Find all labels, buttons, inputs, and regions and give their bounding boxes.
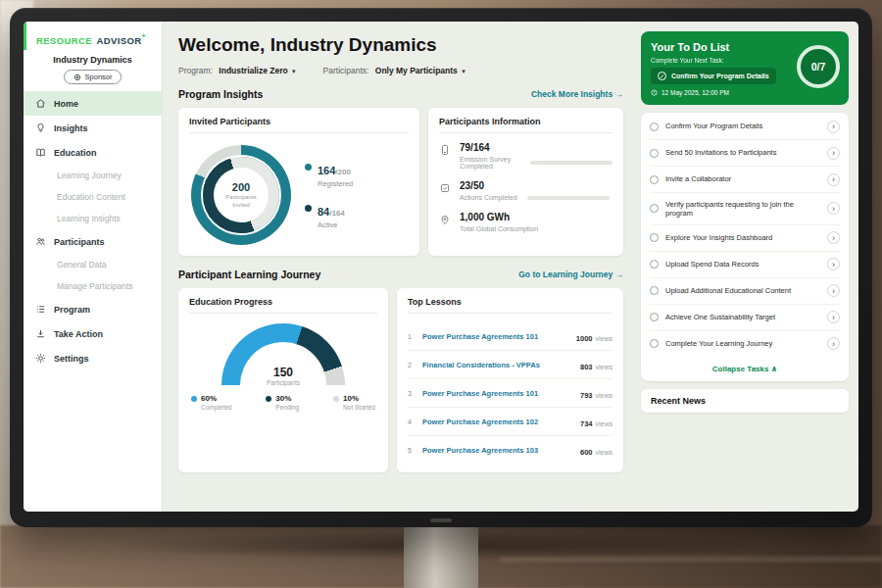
learning-journey-header: Participant Learning Journey Go to Learn… xyxy=(178,269,623,280)
task-label: Explore Your Insights Dashboard xyxy=(665,233,820,242)
chevron-right-icon[interactable]: › xyxy=(827,337,840,350)
sidebar-item-insights[interactable]: Insights xyxy=(24,116,162,140)
sidebar-item-participants[interactable]: Participants xyxy=(24,229,162,254)
section-title: Participant Learning Journey xyxy=(178,269,320,280)
chevron-right-icon[interactable]: › xyxy=(827,258,840,270)
collapse-tasks-link[interactable]: Collapse Tasks ∧ xyxy=(650,357,840,377)
legend-item: 60% Completed xyxy=(191,394,231,411)
legend-dot xyxy=(266,396,271,402)
check-more-insights-link[interactable]: Check More Insights → xyxy=(531,89,623,99)
learning-journey-cards: Education Progress 150 Participants 60% xyxy=(178,288,623,472)
program-insights-header: Program Insights Check More Insights → xyxy=(178,88,623,100)
sidebar-item-manage-participants[interactable]: Manage Participants xyxy=(24,275,162,297)
task-checkbox[interactable] xyxy=(650,204,659,213)
clock-icon xyxy=(651,89,658,96)
lesson-views: 803 xyxy=(580,363,593,371)
task-row[interactable]: Send 50 Invitations to Participants › xyxy=(650,140,840,167)
sidebar-item-settings[interactable]: Settings xyxy=(24,346,162,370)
brand-plus: + xyxy=(142,32,146,39)
legend-label: Completed xyxy=(201,404,231,411)
lesson-title-link[interactable]: Power Purchase Agreements 103 xyxy=(422,446,573,455)
chevron-right-icon[interactable]: › xyxy=(827,284,840,297)
task-row[interactable]: Invite a Collaborator › xyxy=(650,167,840,193)
sponsor-badge-label: Sponsor xyxy=(85,73,113,81)
task-checkbox[interactable] xyxy=(650,339,659,348)
sidebar-item-take-action[interactable]: Take Action xyxy=(24,321,162,346)
invited-donut-wrap: 200 Participants Invited 164/200 Registe… xyxy=(189,142,409,247)
task-row[interactable]: Achieve One Sustainability Target › xyxy=(650,305,840,331)
legend-dot xyxy=(305,164,312,171)
page-title: Welcome, Industry Dynamics xyxy=(178,34,623,56)
stat-value: 1,000 GWh xyxy=(460,212,612,222)
legend-value: 10% xyxy=(343,394,375,403)
sidebar-item-label: Insights xyxy=(54,123,88,133)
lesson-rank: 1 xyxy=(408,333,416,340)
task-checkbox[interactable] xyxy=(650,122,659,131)
views-label: views xyxy=(595,364,612,370)
sidebar-item-education[interactable]: Education xyxy=(24,140,162,165)
task-checkbox[interactable] xyxy=(650,175,659,184)
program-insights-cards: Invited Participants 200 Participants In… xyxy=(178,108,623,256)
action-icon xyxy=(35,328,46,339)
task-row[interactable]: Explore Your Insights Dashboard › xyxy=(650,225,840,252)
lesson-row[interactable]: 3 Power Purchase Agreements 101 793views xyxy=(408,379,612,408)
task-checkbox[interactable] xyxy=(650,260,659,269)
program-filter-dropdown[interactable]: Industrialize Zero xyxy=(219,66,287,75)
task-checkbox[interactable] xyxy=(650,149,659,158)
sidebar-item-general-data[interactable]: General Data xyxy=(24,254,162,275)
arrow-right-icon: → xyxy=(615,89,624,99)
go-to-learning-journey-link[interactable]: Go to Learning Journey → xyxy=(518,270,623,279)
lesson-row[interactable]: 2 Financial Considerations - VPPAs 803vi… xyxy=(408,351,612,379)
chevron-right-icon[interactable]: › xyxy=(827,147,840,160)
lesson-row[interactable]: 1 Power Purchase Agreements 101 1000view… xyxy=(408,322,612,351)
chevron-down-icon[interactable]: ▾ xyxy=(462,68,466,74)
task-row[interactable]: Confirm Your Program Details › xyxy=(650,114,840,140)
task-label: Confirm Your Program Details xyxy=(665,122,820,130)
sidebar-item-learning-journey[interactable]: Learning Journey xyxy=(24,165,162,186)
lesson-title-link[interactable]: Financial Considerations - VPPAs xyxy=(422,361,573,369)
todo-header-card: Your To Do List Complete Your Next Task:… xyxy=(641,31,849,105)
stat-label: Emission Survey Completed xyxy=(460,156,520,170)
sidebar-item-learning-insights[interactable]: Learning Insights xyxy=(24,208,162,229)
bezel-logo xyxy=(430,518,452,522)
chevron-right-icon[interactable]: › xyxy=(827,173,840,186)
lesson-title-link[interactable]: Power Purchase Agreements 102 xyxy=(422,417,573,426)
participants-filter-dropdown[interactable]: Only My Participants xyxy=(375,66,458,75)
link-label: Check More Insights xyxy=(531,89,612,99)
lesson-row[interactable]: 5 Power Purchase Agreements 103 600views xyxy=(408,436,612,464)
sponsor-badge[interactable]: Sponsor xyxy=(64,70,122,84)
lesson-rank: 3 xyxy=(408,390,416,397)
task-checkbox[interactable] xyxy=(650,313,659,321)
sidebar-item-education-content[interactable]: Education Content xyxy=(24,186,162,208)
sidebar-item-program[interactable]: Program xyxy=(24,297,162,321)
chevron-right-icon[interactable]: › xyxy=(827,202,840,215)
invited-legend: 164/200 Registered 84/164 Active xyxy=(305,161,353,229)
chevron-right-icon[interactable]: › xyxy=(827,311,840,323)
recent-news-header[interactable]: Recent News xyxy=(641,389,849,413)
sidebar-item-label: Education xyxy=(54,148,97,158)
chevron-right-icon[interactable]: › xyxy=(827,121,840,133)
chevron-down-icon[interactable]: ▾ xyxy=(292,68,296,74)
legend-label: Pending xyxy=(275,404,299,411)
task-checkbox[interactable] xyxy=(650,233,659,242)
link-label: Go to Learning Journey xyxy=(518,270,612,279)
stat-value: 23/50 xyxy=(460,180,612,191)
participants-filter-label: Participants: xyxy=(323,66,369,75)
task-label: Verify participants requesting to join t… xyxy=(665,200,820,219)
lesson-rank: 5 xyxy=(408,447,416,454)
lesson-title-link[interactable]: Power Purchase Agreements 101 xyxy=(422,332,569,341)
task-label: Complete Your Learning Journey xyxy=(665,339,820,348)
task-row[interactable]: Upload Spend Data Records › xyxy=(650,252,840,278)
sidebar-item-home[interactable]: Home xyxy=(24,91,162,116)
lesson-title-link[interactable]: Power Purchase Agreements 101 xyxy=(422,389,573,398)
lesson-row[interactable]: 4 Power Purchase Agreements 102 734views xyxy=(408,408,612,436)
chevron-right-icon[interactable]: › xyxy=(827,231,840,244)
next-task-pill[interactable]: ✓ Confirm Your Program Details xyxy=(651,68,776,84)
task-row[interactable]: Complete Your Learning Journey › xyxy=(650,331,840,357)
org-name: Industry Dynamics xyxy=(24,55,162,65)
task-row[interactable]: Verify participants requesting to join t… xyxy=(650,193,840,225)
participants-information-card: Participants Information 79/164 Emission… xyxy=(428,108,623,256)
task-checkbox[interactable] xyxy=(650,286,659,295)
gauge-label: Participants xyxy=(221,379,345,386)
task-row[interactable]: Upload Additional Educational Content › xyxy=(650,278,840,305)
